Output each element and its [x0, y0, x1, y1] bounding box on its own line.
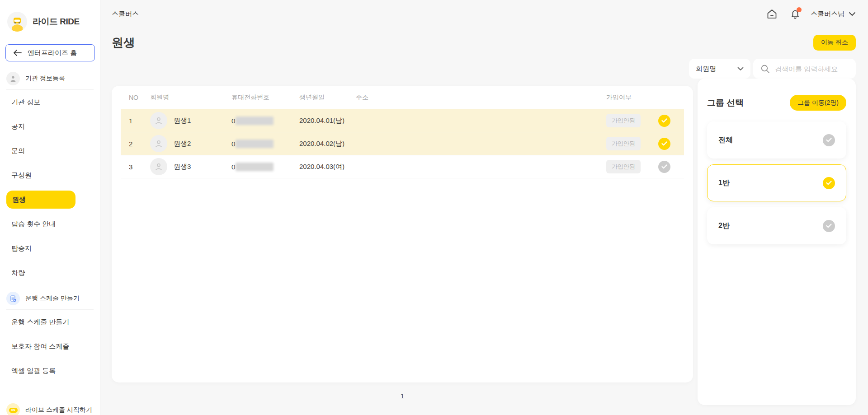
group-check-icon[interactable] [823, 177, 835, 189]
enterprise-home-label: 엔터프라이즈 홈 [28, 49, 77, 57]
app-title: 라이드 RIDE [33, 16, 80, 28]
row-check-icon[interactable] [658, 115, 670, 127]
group-label: 2반 [718, 221, 730, 231]
group-card-all[interactable]: 전체 [707, 121, 846, 159]
student-name: 원생2 [174, 140, 191, 148]
dropdown-value: 회원명 [696, 65, 716, 73]
section-label: 라이브 스케줄 시작하기 [25, 406, 92, 414]
sidebar-section-live-schedule[interactable]: ON 라이브 스케줄 시작하기 [0, 399, 100, 415]
phone-blurred [236, 140, 274, 148]
sidebar-item-org-info[interactable]: 기관 정보 [0, 90, 100, 114]
group-check-icon[interactable] [823, 134, 835, 146]
sidebar-item-guardian-schedule[interactable]: 보호자 참여 스케줄 [0, 334, 100, 359]
phone-blurred [236, 163, 274, 171]
search-box [753, 59, 856, 79]
status-badge: 가입안됨 [606, 160, 641, 173]
sidebar-item-ride-count[interactable]: 탑승 횟수 안내 [0, 212, 100, 236]
student-name: 원생3 [174, 163, 191, 171]
home-icon[interactable] [766, 9, 778, 19]
org-register-icon [6, 72, 20, 85]
row-no: 3 [121, 163, 143, 171]
sidebar-item-members[interactable]: 구성원 [0, 163, 100, 187]
search-icon [760, 64, 770, 74]
sidebar-item-boarding-place[interactable]: 탑승지 [0, 236, 100, 261]
student-name: 원생1 [174, 117, 191, 125]
phone-blurred [236, 117, 274, 125]
sidebar-menu: 기관 정보등록 기관 정보 공지 문의 구성원 원생 탑승 횟수 안내 탑승지 … [0, 68, 100, 415]
live-schedule-icon: ON [6, 403, 20, 415]
row-no: 2 [121, 140, 143, 148]
topbar: 스쿨버스 스쿨버스님 [112, 0, 856, 28]
notification-dot [797, 7, 802, 12]
table-row[interactable]: 1 원생1 0 2020.04.01(남) [121, 109, 684, 132]
col-address: 주소 [349, 93, 603, 102]
app-logo: 라이드 RIDE [0, 0, 100, 32]
col-joined: 가입여부 [603, 93, 652, 102]
bell-icon[interactable] [790, 9, 801, 19]
status-badge: 가입안됨 [606, 137, 641, 150]
user-menu-label[interactable]: 스쿨버스님 [811, 10, 844, 19]
sidebar-item-vehicle[interactable]: 차량 [0, 261, 100, 285]
sidebar-item-students-active[interactable]: 원생 [6, 191, 75, 209]
main-area: 스쿨버스 스쿨버스님 원생 [100, 0, 868, 415]
page-number[interactable]: 1 [398, 391, 407, 401]
chevron-down-icon [737, 67, 744, 71]
pagination: 1 [112, 392, 693, 400]
sidebar-item-notice[interactable]: 공지 [0, 114, 100, 139]
chevron-down-icon[interactable] [849, 12, 856, 16]
col-birth: 생년월일 [292, 93, 349, 102]
page-title: 원생 [112, 35, 135, 51]
avatar [150, 158, 167, 175]
group-label: 전체 [718, 135, 733, 145]
group-card-class2[interactable]: 2반 [707, 207, 846, 244]
section-label: 기관 정보등록 [25, 75, 65, 83]
birth-date: 2020.04.01(남) [292, 117, 349, 125]
students-table: NO 회원명 휴대전화번호 생년월일 주소 가입여부 1 [112, 86, 693, 382]
group-select-panel: 그룹 선택 그룹 이동(2명) 전체 1반 2반 [698, 79, 856, 405]
group-label: 1반 [718, 178, 730, 188]
search-field-dropdown[interactable]: 회원명 [689, 59, 750, 79]
table-row[interactable]: 3 원생3 0 2020.04.03(여) [121, 155, 684, 178]
col-no: NO [121, 94, 143, 101]
status-badge: 가입안됨 [606, 114, 641, 127]
sidebar-section-org-register[interactable]: 기관 정보등록 [0, 68, 100, 89]
group-check-icon[interactable] [823, 220, 835, 232]
section-label: 운행 스케줄 만들기 [25, 294, 80, 303]
group-panel-title: 그룹 선택 [707, 97, 744, 109]
row-check-icon[interactable] [658, 138, 670, 150]
sidebar: 라이드 RIDE 엔터프라이즈 홈 기관 정보등록 기관 정보 공지 문의 구성… [0, 0, 100, 415]
table-row[interactable]: 2 원생2 0 2020.04.02(남) [121, 132, 684, 155]
avatar [150, 112, 167, 129]
group-card-class1[interactable]: 1반 [707, 164, 846, 201]
table-header: NO 회원명 휴대전화번호 생년월일 주소 가입여부 [121, 86, 684, 109]
col-name: 회원명 [143, 93, 225, 102]
bus-logo-icon [7, 12, 27, 32]
search-input[interactable] [775, 65, 843, 73]
phone-prefix: 0 [231, 163, 235, 171]
phone-prefix: 0 [231, 140, 235, 148]
sidebar-item-create-schedule[interactable]: 운행 스케줄 만들기 [0, 310, 100, 334]
sidebar-item-inquiry[interactable]: 문의 [0, 139, 100, 163]
cancel-move-button[interactable]: 이동 취소 [813, 35, 856, 51]
enterprise-home-button[interactable]: 엔터프라이즈 홈 [5, 44, 95, 61]
sidebar-section-schedule[interactable]: 운행 스케줄 만들기 [0, 288, 100, 309]
breadcrumb: 스쿨버스 [112, 10, 139, 19]
birth-date: 2020.04.03(여) [292, 163, 349, 171]
arrow-left-icon [14, 50, 22, 56]
birth-date: 2020.04.02(남) [292, 140, 349, 148]
row-check-icon[interactable] [658, 161, 670, 173]
avatar [150, 135, 167, 152]
row-no: 1 [121, 117, 143, 125]
col-phone: 휴대전화번호 [225, 93, 292, 102]
filter-row: 회원명 [112, 59, 856, 79]
phone-prefix: 0 [231, 117, 235, 125]
group-move-button[interactable]: 그룹 이동(2명) [790, 95, 846, 111]
schedule-create-icon [6, 292, 20, 305]
sidebar-item-excel-bulk[interactable]: 엑셀 일괄 등록 [0, 359, 100, 383]
live-on-badge: ON [9, 408, 18, 413]
